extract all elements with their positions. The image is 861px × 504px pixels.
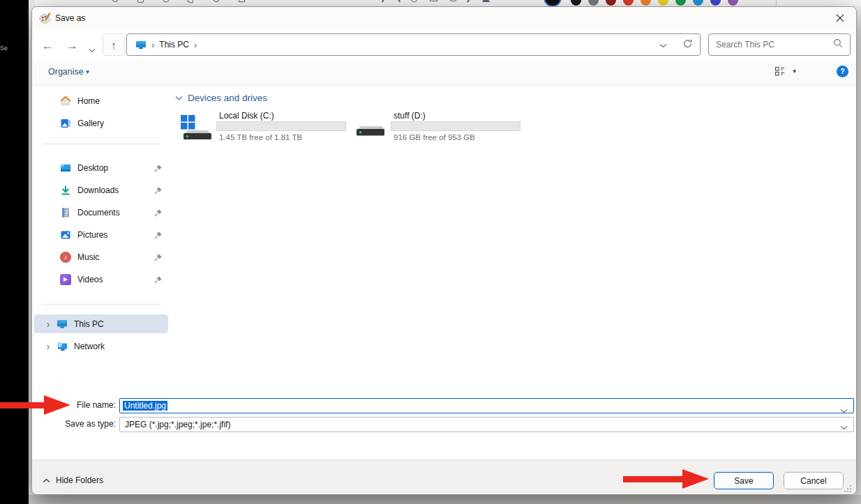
paint-color-dot[interactable] bbox=[693, 0, 703, 6]
back-button[interactable]: ← bbox=[42, 40, 54, 52]
documents-icon bbox=[60, 207, 71, 218]
search-placeholder: Search This PC bbox=[716, 40, 833, 49]
section-collapse-chevron-icon bbox=[175, 96, 183, 101]
paint-color-dot[interactable] bbox=[623, 0, 634, 6]
sidebar-item-label: This PC bbox=[74, 319, 168, 329]
paint-color-dot[interactable] bbox=[710, 0, 721, 6]
sidebar-item-music[interactable]: ♪ Music bbox=[34, 247, 168, 266]
help-button[interactable]: ? bbox=[837, 66, 848, 77]
cancel-button[interactable]: Cancel bbox=[784, 472, 844, 489]
sidebar-item-label: Gallery bbox=[77, 119, 168, 128]
sidebar-item-label: Network bbox=[74, 342, 168, 351]
paint-color-dot[interactable] bbox=[658, 0, 668, 6]
paint-color-dot[interactable] bbox=[588, 0, 599, 6]
save-as-type-select[interactable]: JPEG (*.jpg;*.jpeg;*.jpe;*.jfif) bbox=[119, 417, 854, 432]
drive-free-space: 1.45 TB free of 1.81 TB bbox=[219, 133, 302, 142]
paint-color-dot[interactable] bbox=[675, 0, 686, 6]
drive-tile-c[interactable]: Local Disk (C:) 1.45 TB free of 1.81 TB bbox=[181, 111, 348, 153]
pin-icon bbox=[154, 185, 163, 194]
paint-panel-divider bbox=[776, 0, 777, 6]
refresh-icon[interactable] bbox=[682, 38, 693, 52]
section-title: Devices and drives bbox=[188, 93, 267, 103]
pin-icon bbox=[154, 230, 163, 239]
sidebar-item-label: Home bbox=[77, 96, 168, 106]
paint-color-dot[interactable] bbox=[641, 0, 651, 6]
sidebar-item-downloads[interactable]: Downloads bbox=[34, 181, 168, 199]
sidebar-divider bbox=[43, 304, 161, 305]
pictures-icon bbox=[60, 229, 71, 240]
music-icon: ♪ bbox=[60, 252, 71, 263]
dialog-title: Save as bbox=[55, 13, 85, 23]
drive-usage-bar bbox=[216, 121, 346, 131]
paint-window-bottom-strip bbox=[29, 495, 861, 504]
breadcrumb-this-pc[interactable]: This PC bbox=[159, 40, 189, 49]
file-name-dropdown-chevron[interactable] bbox=[840, 404, 848, 416]
this-pc-icon bbox=[57, 319, 68, 330]
drive-name: Local Disk (C:) bbox=[219, 111, 274, 121]
sidebar-item-gallery[interactable]: Gallery bbox=[34, 114, 168, 132]
drive-tile-d[interactable]: stuff (D:) 916 GB free of 953 GB bbox=[355, 111, 523, 153]
sidebar-item-home[interactable]: Home bbox=[34, 91, 168, 110]
section-devices-and-drives[interactable]: Devices and drives bbox=[175, 93, 267, 103]
drive-usage-bar bbox=[391, 121, 521, 131]
organise-caret-icon: ▾ bbox=[86, 68, 89, 75]
up-button[interactable]: ↑ bbox=[103, 33, 125, 56]
list-view-icon bbox=[774, 66, 786, 77]
file-name-input[interactable]: Untitled.jpg bbox=[119, 398, 854, 413]
pin-icon bbox=[154, 275, 163, 284]
paint-app-icon bbox=[39, 13, 51, 24]
paint-tool-fragments bbox=[112, 0, 245, 3]
sidebar-item-videos[interactable]: ▶ Videos bbox=[34, 270, 168, 289]
drive-free-space: 916 GB free of 953 GB bbox=[394, 133, 475, 142]
drive-name: stuff (D:) bbox=[394, 111, 426, 121]
view-caret-icon: ▾ bbox=[793, 68, 796, 75]
sidebar-item-documents[interactable]: Documents bbox=[34, 203, 168, 222]
pin-icon bbox=[154, 163, 163, 172]
address-bar[interactable]: › This PC › bbox=[126, 33, 701, 56]
sidebar-item-pictures[interactable]: Pictures bbox=[34, 225, 168, 244]
save-button[interactable]: Save bbox=[714, 472, 774, 489]
paint-toolbar-strip bbox=[35, 0, 861, 6]
sidebar-divider bbox=[43, 144, 161, 144]
recent-locations-chevron[interactable] bbox=[89, 43, 96, 56]
view-options-button[interactable]: ▾ bbox=[774, 66, 796, 77]
save-as-type-dropdown-chevron[interactable] bbox=[840, 422, 848, 432]
save-as-dialog: Save as ← → ↑ bbox=[31, 6, 857, 495]
screenshot-root: Se bbox=[0, 0, 861, 504]
expand-chevron-icon[interactable]: › bbox=[40, 341, 57, 352]
sidebar-item-desktop[interactable]: Desktop bbox=[34, 158, 168, 177]
network-icon bbox=[57, 341, 68, 352]
downloads-icon bbox=[60, 185, 71, 196]
paint-shape-fragments bbox=[384, 0, 490, 3]
this-pc-icon bbox=[135, 40, 147, 50]
sidebar-item-network[interactable]: › Network bbox=[34, 337, 168, 356]
sidebar-item-this-pc[interactable]: › This PC bbox=[34, 314, 168, 333]
hide-folders-button[interactable]: Hide Folders bbox=[43, 475, 103, 485]
desktop-icon bbox=[60, 162, 71, 174]
paint-color-dot[interactable] bbox=[571, 0, 581, 6]
paint-color-dot[interactable] bbox=[728, 0, 738, 6]
paint-color-dot[interactable] bbox=[606, 0, 616, 6]
close-button[interactable] bbox=[828, 8, 852, 28]
resize-grip[interactable] bbox=[844, 484, 852, 493]
paint-color-palette[interactable] bbox=[571, 0, 745, 6]
home-icon bbox=[60, 96, 71, 107]
search-input[interactable]: Search This PC bbox=[708, 33, 851, 56]
pin-icon bbox=[154, 252, 163, 261]
save-as-type-label: Save as type: bbox=[32, 419, 116, 429]
background-text-fragment: Se bbox=[0, 45, 8, 52]
address-dropdown-chevron[interactable] bbox=[659, 38, 667, 51]
navigation-bar: ← → ↑ › This PC › bbox=[32, 30, 856, 61]
organise-button[interactable]: Organise ▾ bbox=[48, 67, 89, 77]
hard-drive-icon bbox=[355, 119, 386, 140]
dialog-titlebar[interactable]: Save as bbox=[32, 7, 856, 30]
videos-icon: ▶ bbox=[60, 274, 71, 285]
pin-icon bbox=[154, 208, 163, 217]
file-name-value: Untitled.jpg bbox=[123, 401, 167, 411]
expand-chevron-icon[interactable]: › bbox=[40, 319, 57, 330]
paint-selected-color-dot[interactable] bbox=[544, 0, 562, 6]
forward-button[interactable]: → bbox=[66, 40, 78, 52]
chevron-up-icon bbox=[43, 478, 50, 483]
close-icon bbox=[836, 14, 844, 22]
breadcrumb-chevron-icon: › bbox=[151, 40, 154, 50]
